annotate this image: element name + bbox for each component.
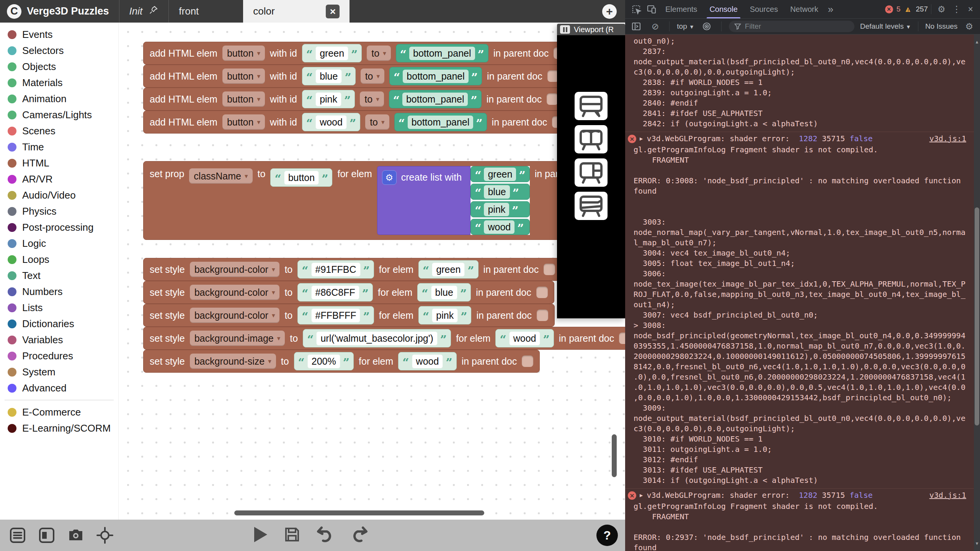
undo-button[interactable] — [316, 526, 335, 544]
sidebar-item-lists[interactable]: Lists — [0, 300, 118, 316]
style-prop-dropdown[interactable]: background-color▾ — [190, 285, 280, 300]
elem-id-string-input[interactable]: “wood” — [398, 352, 456, 370]
target-string-block[interactable]: “bottom_panel” — [389, 67, 482, 85]
tab-front[interactable]: front — [169, 0, 209, 23]
style-value-string-input[interactable]: “#91FFBC” — [297, 260, 374, 279]
kebab-menu-icon[interactable]: ⋮ — [949, 4, 964, 15]
sidebar-item-ar-vr[interactable]: AR/VR — [0, 171, 118, 187]
error-count[interactable]: 5 — [897, 5, 901, 13]
style-prop-dropdown[interactable]: background-color▾ — [190, 262, 280, 277]
block-create-list[interactable]: ⚙ create list with “green” “blue” “pink”… — [377, 166, 530, 235]
prop-name-dropdown[interactable]: className▾ — [189, 168, 252, 184]
target-string-block[interactable]: “bottom_panel” — [396, 44, 488, 62]
sidebar-item-materials[interactable]: Materials — [0, 75, 118, 91]
sidebar-item-procedures[interactable]: Procedures — [0, 348, 118, 364]
target-string-block[interactable]: “bottom_panel” — [394, 113, 487, 131]
save-button[interactable] — [283, 526, 301, 545]
viewport-panel-header[interactable]: Viewport (R — [557, 24, 625, 35]
sidebar-item-logic[interactable]: Logic — [0, 235, 118, 251]
sidebar-item-text[interactable]: Text — [0, 267, 118, 284]
console-error-message[interactable]: ✕ v3d.js:1▶v3d.WebGLProgram: shader erro… — [625, 489, 974, 551]
elem-type-dropdown[interactable]: button▾ — [222, 68, 265, 84]
style-value-string-input[interactable]: “#86C8FF” — [297, 283, 373, 302]
elem-id-string-input[interactable]: “pink” — [418, 306, 471, 324]
in-parent-doc-checkbox[interactable] — [536, 287, 548, 298]
block-set-style[interactable]: set style background-color▾ to “#FFBFFF”… — [143, 304, 555, 327]
id-string-input[interactable]: “wood” — [302, 113, 360, 131]
close-icon[interactable]: × — [326, 5, 340, 18]
warning-count[interactable]: 257 — [916, 5, 928, 13]
sidebar-item-e-commerce[interactable]: E-Commerce — [0, 404, 118, 420]
sidebar-item-post-processing[interactable]: Post-processing — [0, 219, 118, 235]
settings-gear-icon[interactable]: ⚙ — [934, 4, 949, 15]
error-badge-icon[interactable]: ✕ — [885, 5, 893, 13]
list-item-string-block[interactable]: “pink” — [470, 201, 529, 217]
issues-counter[interactable]: No Issues — [925, 22, 957, 31]
device-toolbar-icon[interactable] — [644, 2, 659, 16]
source-link[interactable]: v3d.js:1 — [929, 490, 966, 500]
sidebar-item-animation[interactable]: Animation — [0, 91, 118, 107]
block-set-prop[interactable]: set prop className▾ to “button” for elem… — [143, 161, 570, 240]
close-devtools-icon[interactable]: × — [965, 4, 976, 15]
gear-icon[interactable]: ⚙ — [382, 170, 397, 185]
sidebar-item-html[interactable]: HTML — [0, 155, 118, 171]
tab-init[interactable]: Init — [119, 0, 169, 23]
block-set-style[interactable]: set style background-size▾ to “200%” for… — [143, 350, 540, 373]
sidebar-item-numbers[interactable]: Numbers — [0, 284, 118, 300]
sidebar-item-advanced[interactable]: Advanced — [0, 380, 118, 396]
block-set-style[interactable]: set style background-color▾ to “#86C8FF”… — [143, 281, 554, 304]
expand-triangle-icon[interactable]: ▶ — [640, 490, 643, 500]
clear-console-icon[interactable]: ⊘ — [648, 21, 662, 32]
list-item-string-block[interactable]: “green” — [470, 166, 529, 182]
sidebar-item-scenes[interactable]: Scenes — [0, 123, 118, 139]
block-add-html-elem[interactable]: add HTML elem button▾ with id “blue” to▾… — [143, 65, 565, 88]
warning-badge-icon[interactable]: ▲! — [904, 5, 912, 13]
block-add-html-elem[interactable]: add HTML elem button▾ with id “wood” to▾… — [143, 111, 570, 134]
style-value-string-input[interactable]: “#FFBFFF” — [297, 306, 374, 324]
sidebar-item-cameras-lights[interactable]: Cameras/Lights — [0, 107, 118, 123]
context-selector[interactable]: top ▼ — [677, 22, 694, 31]
expand-triangle-icon[interactable]: ▶ — [640, 134, 643, 144]
add-tab-button[interactable]: + — [602, 4, 617, 19]
in-parent-doc-checkbox[interactable] — [547, 93, 558, 105]
console-sidebar-toggle-icon[interactable] — [629, 19, 644, 34]
sidebar-item-selectors[interactable]: Selectors — [0, 42, 118, 59]
screenshot-camera-icon[interactable] — [67, 526, 85, 544]
style-prop-dropdown[interactable]: background-image▾ — [190, 331, 285, 346]
elem-id-string-input[interactable]: “wood” — [495, 329, 554, 347]
scroll-up-icon[interactable]: ▲ — [974, 37, 980, 47]
cabinet-open-doors-button[interactable] — [575, 125, 608, 153]
block-set-style[interactable]: set style background-color▾ to “#91FFBC”… — [143, 258, 562, 281]
to-dropdown[interactable]: to▾ — [367, 46, 390, 61]
console-scrollbar[interactable]: ▲ ▼ — [974, 34, 980, 551]
id-string-input[interactable]: “blue” — [302, 67, 356, 85]
elem-type-dropdown[interactable]: button▾ — [222, 91, 265, 107]
puzzles-workspace[interactable]: add HTML elem button▾ with id “green” to… — [119, 23, 625, 520]
sidebar-item-dictionaries[interactable]: Dictionaries — [0, 316, 118, 332]
elem-type-dropdown[interactable]: button▾ — [222, 114, 265, 130]
style-prop-dropdown[interactable]: background-color▾ — [190, 308, 280, 323]
sidebar-item-events[interactable]: Events — [0, 26, 118, 42]
more-tabs-icon[interactable]: » — [825, 3, 836, 15]
viewport-frame-icon[interactable] — [38, 526, 56, 544]
cabinet-angled-panel-button[interactable] — [575, 192, 608, 220]
style-value-string-input[interactable]: “200%” — [294, 352, 354, 370]
block-set-style[interactable]: set style background-image▾ to “url('wal… — [143, 327, 625, 350]
tab-elements[interactable]: Elements — [660, 0, 703, 18]
tab-console[interactable]: Console — [704, 0, 743, 18]
help-button[interactable]: ? — [596, 525, 618, 546]
inspect-element-icon[interactable] — [629, 2, 644, 16]
blocks-menu-icon[interactable] — [8, 526, 27, 544]
console-messages-area[interactable]: out0_n0); 2837: node_output_material(bsd… — [625, 34, 980, 551]
source-link[interactable]: v3d.js:1 — [929, 134, 966, 144]
console-error-message[interactable]: out0_n0); 2837: node_output_material(bsd… — [625, 34, 974, 132]
elem-type-dropdown[interactable]: button▾ — [222, 46, 265, 61]
sidebar-item-system[interactable]: System — [0, 364, 118, 380]
pin-icon[interactable] — [149, 5, 158, 18]
sidebar-item-objects[interactable]: Objects — [0, 59, 118, 75]
id-string-input[interactable]: “pink” — [302, 90, 355, 108]
elem-id-string-input[interactable]: “blue” — [417, 283, 471, 302]
style-value-string-input[interactable]: “url('walmut_basecolor.jpg')” — [303, 329, 451, 347]
to-dropdown[interactable]: to▾ — [365, 114, 389, 130]
sidebar-item-e-learning[interactable]: E-Learning/SCORM — [0, 420, 118, 436]
